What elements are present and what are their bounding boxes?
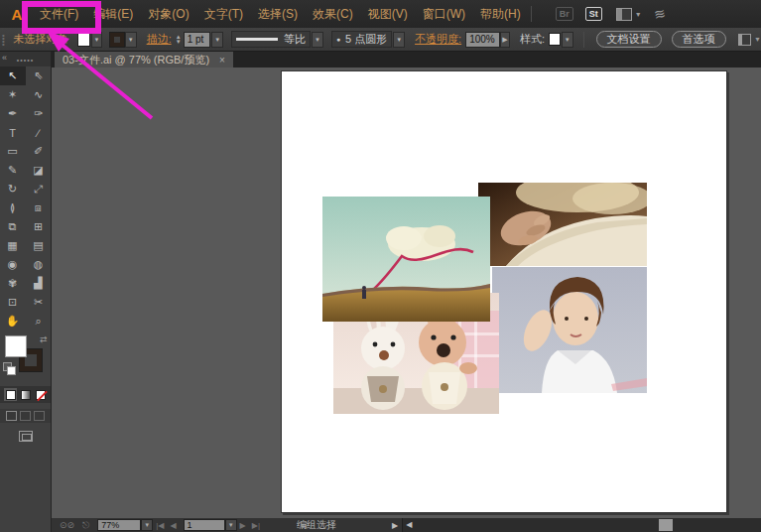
stroke-color-swatch[interactable]	[110, 33, 123, 47]
menu-item-help[interactable]: 帮助(H)	[480, 6, 521, 23]
selection-tool[interactable]: ↖	[0, 66, 26, 85]
stroke-weight-field[interactable]: 1 pt	[184, 32, 211, 48]
pencil-tool[interactable]: ✎	[0, 161, 26, 180]
gradient-tool[interactable]: ▤	[26, 236, 52, 255]
menu-item-select[interactable]: 选择(S)	[258, 6, 298, 23]
next-artboard-icon[interactable]: ▶	[240, 521, 246, 530]
brush-dot-icon: ●	[336, 36, 340, 43]
pen-tool[interactable]: ✒	[0, 104, 26, 123]
artboard-number-field[interactable]: 1	[184, 519, 225, 531]
default-fill-stroke-icon[interactable]	[3, 362, 12, 371]
zoom-dropdown[interactable]: ▼	[141, 519, 153, 531]
horizontal-scrollbar-thumb[interactable]	[659, 519, 673, 531]
rotate-tool[interactable]: ↻	[0, 180, 26, 199]
stroke-profile-select[interactable]: 等比	[231, 31, 311, 48]
workspace-switcher-icon[interactable]	[616, 8, 632, 21]
scroll-left-icon[interactable]: ◀	[406, 520, 412, 529]
draw-behind-icon[interactable]	[20, 411, 31, 421]
style-swatch[interactable]	[549, 33, 561, 46]
menu-item-file[interactable]: 文件(F)	[40, 6, 78, 23]
rectangle-tool[interactable]: ▭	[0, 142, 26, 161]
eraser-tool[interactable]: ◪	[26, 161, 52, 180]
portrait-photo[interactable]	[492, 267, 647, 393]
brush-select[interactable]: ● 5 点圆形	[331, 31, 392, 48]
fill-indicator[interactable]	[5, 335, 27, 357]
opacity-panel-link[interactable]: 不透明度:	[415, 32, 461, 47]
scale-tool[interactable]: ⤢	[26, 180, 52, 199]
opacity-field[interactable]: 100%	[465, 32, 500, 48]
prev-artboard-icon[interactable]: ◀	[170, 521, 176, 530]
stock-icon[interactable]: St	[585, 7, 602, 21]
draw-inside-icon[interactable]	[34, 411, 45, 421]
artboard-tool[interactable]: ⊡	[0, 293, 26, 312]
line-segment-tool[interactable]: ∕	[26, 123, 52, 142]
canvas-pasteboard[interactable]	[52, 67, 761, 518]
draw-normal-icon[interactable]	[6, 411, 17, 421]
shape-builder-tool[interactable]: ⧉	[0, 217, 26, 236]
artboard[interactable]	[281, 70, 727, 513]
blend-tool[interactable]: ◍	[26, 255, 52, 274]
zoom-tool[interactable]: ⌕	[26, 312, 52, 331]
stroke-panel-link[interactable]: 描边:	[147, 32, 172, 47]
style-dropdown[interactable]: ▼	[562, 32, 573, 48]
sleeping-hand-photo[interactable]	[478, 183, 647, 266]
menu-item-object[interactable]: 对象(O)	[148, 6, 189, 23]
collapse-panel-icon[interactable]: «	[2, 53, 7, 63]
menu-item-type[interactable]: 文字(T)	[204, 6, 243, 23]
tab-close-icon[interactable]: ×	[219, 55, 225, 66]
document-setup-button[interactable]: 文档设置	[596, 31, 662, 48]
share-icon[interactable]: ⎋	[82, 520, 89, 531]
blob-brush-tool[interactable]: ✑	[26, 104, 52, 123]
perspective-grid-tool[interactable]: ⊞	[26, 217, 52, 236]
menu-item-view[interactable]: 视图(V)	[368, 6, 408, 23]
direct-selection-tool[interactable]: ⇖	[26, 66, 52, 85]
none-button[interactable]	[34, 388, 47, 401]
stroke-weight-dropdown[interactable]: ▼	[211, 32, 223, 48]
width-tool[interactable]: ≬	[0, 199, 26, 217]
cs-live-icon[interactable]: ≋	[652, 5, 667, 23]
slice-tool[interactable]: ✂	[26, 293, 52, 312]
last-artboard-icon[interactable]: ▶|	[252, 521, 260, 530]
artboard-dropdown[interactable]: ▼	[225, 519, 237, 531]
free-transform-tool[interactable]: ⧈	[26, 199, 52, 217]
stroke-profile-dropdown[interactable]: ▼	[312, 32, 323, 48]
zoom-level-field[interactable]: 77%	[97, 519, 141, 531]
preferences-button[interactable]: 首选项	[672, 31, 726, 48]
menu-item-window[interactable]: 窗口(W)	[423, 6, 465, 23]
bridge-icon[interactable]: Br	[556, 7, 573, 21]
lasso-tool[interactable]: ∿	[26, 85, 52, 104]
symbol-sprayer-tool[interactable]: ✾	[0, 274, 26, 293]
hand-tool[interactable]: ✋	[0, 312, 26, 331]
status-toggle-icon[interactable]: ⊙⊘	[60, 520, 74, 530]
panel-grip-icon[interactable]: •••••	[17, 57, 34, 64]
fill-color-dropdown[interactable]: ▼	[91, 32, 103, 48]
kite-landscape-photo[interactable]	[322, 197, 490, 322]
gradient-button[interactable]	[19, 388, 32, 401]
workspace-caret-icon[interactable]: ▼	[635, 11, 642, 18]
stroke-weight-stepper[interactable]: ▲▼	[176, 35, 182, 45]
align-panel-icon[interactable]	[738, 34, 752, 46]
stroke-color-dropdown[interactable]: ▼	[125, 32, 137, 48]
status-expand-icon[interactable]: ▶	[392, 521, 398, 530]
color-button[interactable]	[4, 388, 17, 401]
menu-item-edit[interactable]: 编辑(E)	[93, 6, 133, 23]
document-tab[interactable]: 03-文件.ai @ 77% (RGB/预览) ×	[55, 52, 233, 67]
type-tool[interactable]: T	[0, 123, 26, 142]
column-graph-tool[interactable]: ▟	[26, 274, 52, 293]
magic-wand-tool[interactable]: ✶	[0, 85, 26, 104]
control-bar-grip[interactable]: ••••	[2, 34, 9, 46]
horizontal-scrollbar[interactable]: ◀	[402, 518, 761, 532]
eyedropper-tool[interactable]: ◉	[0, 255, 26, 274]
fill-color-swatch[interactable]	[77, 33, 90, 47]
swap-fill-stroke-icon[interactable]: ⇄	[40, 334, 48, 344]
brush-dropdown[interactable]: ▼	[393, 32, 405, 48]
menu-item-effect[interactable]: 效果(C)	[313, 6, 353, 23]
screen-mode-icon[interactable]	[19, 431, 33, 442]
illustrator-window: Ai 文件(F)编辑(E)对象(O)文字(T)选择(S)效果(C)视图(V)窗口…	[0, 0, 761, 532]
mesh-tool[interactable]: ▦	[0, 236, 26, 255]
panel-caret-icon[interactable]: ▼	[754, 36, 761, 43]
stroke-profile-preview	[236, 38, 278, 41]
paintbrush-tool[interactable]: ✐	[26, 142, 52, 161]
opacity-arrow[interactable]: ▶	[500, 32, 510, 48]
first-artboard-icon[interactable]: |◀	[156, 521, 164, 530]
